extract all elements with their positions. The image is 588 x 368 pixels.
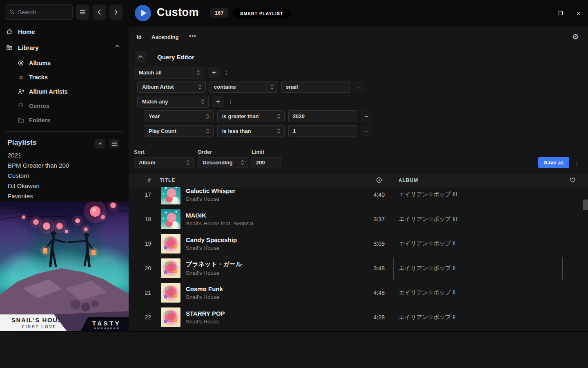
search-box[interactable] <box>5 4 73 20</box>
window-close-button[interactable]: × <box>575 9 583 17</box>
add-playlist-button[interactable]: + <box>95 139 105 148</box>
rule2-remove-button[interactable]: − <box>361 110 372 122</box>
nav-forward-button[interactable] <box>109 4 122 20</box>
duration-clock-icon[interactable] <box>376 177 382 183</box>
add-rule-button-group1[interactable]: + <box>208 67 220 79</box>
group1-menu-kebab-icon[interactable]: ⋮ <box>223 67 230 79</box>
track-album[interactable]: エイリアン☆ポップ II <box>393 281 563 305</box>
track-row[interactable]: 21 Cosmo Funk Snail’s House 4:48 エイリアン☆ポ… <box>129 280 588 305</box>
query-menu-kebab-icon[interactable]: ⋮ <box>573 157 579 168</box>
sidebar-item-home[interactable]: Home <box>6 26 35 37</box>
minus-icon: − <box>364 113 368 120</box>
track-duration: 3:09 <box>362 240 385 247</box>
settings-gear-icon[interactable]: ⚙ <box>572 32 579 41</box>
sidebar-item-folders[interactable]: Folders <box>17 115 50 126</box>
track-title: MAGIK <box>186 212 362 219</box>
sort-field-button[interactable]: Id <box>137 34 142 40</box>
track-album-art <box>161 283 180 303</box>
maximize-icon <box>558 11 563 16</box>
track-album[interactable]: エイリアン☆ポップ II <box>393 306 563 329</box>
group2-menu-kebab-icon[interactable]: ⋮ <box>227 96 234 108</box>
sidebar: Home Library Albums ♫ Tracks Album Artis… <box>0 0 129 331</box>
rule3-value-input[interactable] <box>288 125 357 137</box>
window-maximize-button[interactable] <box>557 9 565 17</box>
track-album-focused-cell[interactable]: エイリアン☆ポップ II <box>393 257 563 280</box>
track-number: 18 <box>129 216 151 222</box>
rule1-operator-select[interactable]: contains <box>209 81 278 93</box>
track-album[interactable]: エイリアン☆ポップ II <box>393 232 563 256</box>
query-editor-collapse-button[interactable] <box>135 51 146 63</box>
playlists-heading: Playlists <box>7 139 37 147</box>
plus-icon: + <box>216 98 220 105</box>
track-album-art <box>161 209 180 229</box>
sidebar-item-genres[interactable]: Genres <box>17 101 49 111</box>
track-number: 21 <box>129 289 151 296</box>
track-row[interactable]: 17 Galactic Whisper Snail’s House 4:40 エ… <box>129 187 588 207</box>
sidebar-item-albums[interactable]: Albums <box>17 58 51 68</box>
track-album[interactable]: エイリアン☆ポップ III <box>393 208 563 231</box>
rule1-field-select[interactable]: Album Artist <box>137 81 206 93</box>
limit-input[interactable] <box>252 157 281 168</box>
playlist-item[interactable]: BPM Greater than 200 <box>8 162 69 170</box>
sidebar-item-album-artists[interactable]: Album Artists <box>17 86 68 97</box>
now-playing-cover-art[interactable]: SNAIL'S HOUSE FIRST LOVE TASTY <box>0 202 129 331</box>
sidebar-item-label: Album Artists <box>29 88 68 95</box>
rule1-remove-button[interactable]: − <box>353 81 365 93</box>
sidebar-item-label: Library <box>18 44 39 51</box>
rule1-value-input[interactable] <box>281 81 350 93</box>
column-header-number[interactable]: # <box>129 177 151 183</box>
track-meta: MAGIK Snail’s House feat. Sennzai <box>186 212 362 227</box>
search-input[interactable] <box>18 9 68 16</box>
more-options-button[interactable]: ••• <box>189 33 196 39</box>
order-select[interactable]: Descending <box>198 157 248 168</box>
column-header-title[interactable]: TITLE <box>160 177 175 183</box>
track-album[interactable]: エイリアン☆ポップ III <box>393 187 563 206</box>
track-number: 22 <box>129 314 151 321</box>
sidebar-item-library[interactable]: Library <box>6 42 39 53</box>
music-note-icon: ♫ <box>17 74 24 81</box>
column-header-album[interactable]: ALBUM <box>399 177 418 183</box>
track-row[interactable]: 18 MAGIK Snail’s House feat. Sennzai 3:3… <box>129 207 588 231</box>
minus-icon: − <box>364 128 368 135</box>
playlist-item[interactable]: DJ Okawari <box>8 182 40 191</box>
playlist-list-view-button[interactable] <box>109 139 119 148</box>
sidebar-item-tracks[interactable]: ♫ Tracks <box>17 72 48 83</box>
albums-icon <box>17 60 24 66</box>
track-row[interactable]: 20 プラネット・ガール Snail’s House 3:48 エイリアン☆ポッ… <box>129 256 588 280</box>
track-row[interactable]: 22 STARRY POP Snail’s House 4:28 エイリアン☆ポ… <box>129 305 588 330</box>
select-updown-icon <box>277 128 281 134</box>
list-icon <box>112 141 117 146</box>
rule3-remove-button[interactable]: − <box>361 125 372 137</box>
sidebar-item-label: Tracks <box>29 74 48 81</box>
sort-select[interactable]: Album <box>134 157 194 168</box>
playlist-item[interactable]: Favorites <box>8 193 33 201</box>
playlist-item[interactable]: Custom <box>8 172 29 180</box>
menu-button[interactable] <box>76 4 89 20</box>
track-title: Cosmo Funk <box>186 285 362 292</box>
favorite-heart-icon[interactable] <box>570 177 576 183</box>
track-row[interactable]: 19 Candy Spaceship Snail’s House 3:09 エイ… <box>129 231 588 256</box>
library-collapse-chevron-icon[interactable] <box>115 45 120 48</box>
rule2-operator-select[interactable]: is greater than <box>217 110 285 122</box>
playlist-item[interactable]: 2021 <box>8 152 21 160</box>
track-meta: Candy Spaceship Snail’s House <box>186 236 362 251</box>
rule2-field-select[interactable]: Year <box>144 110 214 122</box>
play-playlist-button[interactable] <box>135 5 151 21</box>
save-as-button[interactable]: Save as <box>538 157 569 168</box>
folder-icon <box>17 117 24 123</box>
sort-order-button[interactable]: Ascending <box>151 34 178 40</box>
window-minimize-button[interactable]: – <box>539 9 548 17</box>
tracklist-scrollbar-thumb[interactable] <box>583 200 588 210</box>
track-meta: STARRY POP Snail’s House <box>186 310 362 325</box>
select-updown-icon <box>186 160 190 165</box>
plus-icon: + <box>98 140 102 147</box>
rule2-value-input[interactable] <box>288 110 357 122</box>
select-value: Descending <box>203 159 233 166</box>
nav-back-button[interactable] <box>93 4 106 20</box>
rule3-field-select[interactable]: Play Count <box>144 125 214 137</box>
rule3-operator-select[interactable]: is less than <box>217 125 285 137</box>
match-type-select-group2[interactable]: Match any <box>137 96 209 108</box>
match-type-select-group1[interactable]: Match all <box>134 67 204 79</box>
order-label: Order <box>198 149 212 155</box>
add-rule-button-group2[interactable]: + <box>212 96 224 108</box>
